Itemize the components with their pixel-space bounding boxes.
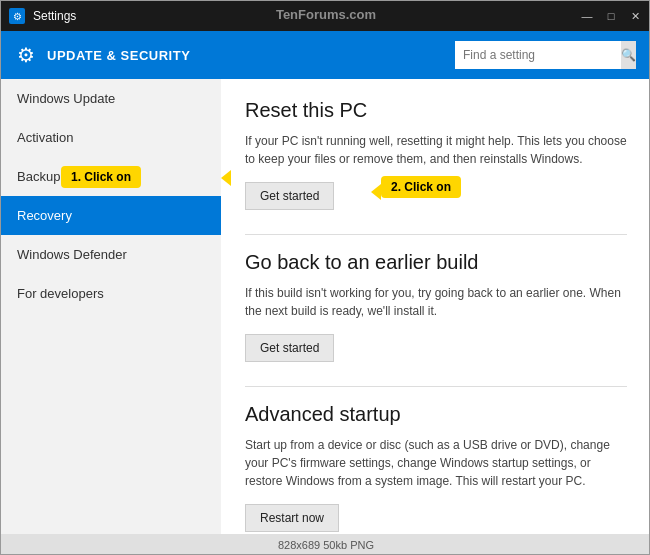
sidebar-item-for-developers[interactable]: For developers xyxy=(1,274,221,313)
advanced-startup-desc: Start up from a device or disc (such as … xyxy=(245,436,627,490)
header-bar: ⚙ UPDATE & SECURITY 🔍 xyxy=(1,31,650,79)
footer-bar: 828x689 50kb PNG xyxy=(1,534,650,555)
go-back-desc: If this build isn't working for you, try… xyxy=(245,284,627,320)
content-area: Reset this PC If your PC isn't running w… xyxy=(221,79,650,534)
sidebar: Windows Update Activation Backup Recover… xyxy=(1,79,221,534)
advanced-startup-title: Advanced startup xyxy=(245,403,627,426)
search-box[interactable]: 🔍 xyxy=(455,41,635,69)
window-controls[interactable]: — □ ✕ xyxy=(579,8,643,24)
reset-pc-desc: If your PC isn't running well, resetting… xyxy=(245,132,627,168)
reset-pc-title: Reset this PC xyxy=(245,99,627,122)
footer-text: 828x689 50kb PNG xyxy=(278,539,374,551)
reset-pc-section: Reset this PC If your PC isn't running w… xyxy=(245,99,627,234)
title-bar: ⚙ Settings TenForums.com — □ ✕ xyxy=(1,1,650,31)
settings-gear-icon: ⚙ xyxy=(17,43,35,67)
sidebar-item-windows-update[interactable]: Windows Update xyxy=(1,79,221,118)
sidebar-item-recovery[interactable]: Recovery xyxy=(1,196,221,235)
go-back-title: Go back to an earlier build xyxy=(245,251,627,274)
app-icon: ⚙ xyxy=(9,8,25,24)
sidebar-item-windows-defender[interactable]: Windows Defender xyxy=(1,235,221,274)
sidebar-item-backup[interactable]: Backup xyxy=(1,157,221,196)
close-button[interactable]: ✕ xyxy=(627,8,643,24)
page-title: UPDATE & SECURITY xyxy=(47,48,190,63)
search-button[interactable]: 🔍 xyxy=(621,41,636,69)
watermark: TenForums.com xyxy=(276,7,376,22)
window-title: Settings xyxy=(33,9,76,23)
minimize-button[interactable]: — xyxy=(579,8,595,24)
sidebar-item-activation[interactable]: Activation xyxy=(1,118,221,157)
divider-1 xyxy=(245,234,627,235)
search-input[interactable] xyxy=(455,41,621,69)
reset-pc-get-started-button[interactable]: Get started xyxy=(245,182,334,210)
divider-2 xyxy=(245,386,627,387)
advanced-startup-section: Advanced startup Start up from a device … xyxy=(245,403,627,534)
maximize-button[interactable]: □ xyxy=(603,8,619,24)
restart-now-button[interactable]: Restart now xyxy=(245,504,339,532)
main-layout: Windows Update Activation Backup Recover… xyxy=(1,79,650,534)
go-back-get-started-button[interactable]: Get started xyxy=(245,334,334,362)
go-back-section: Go back to an earlier build If this buil… xyxy=(245,251,627,386)
